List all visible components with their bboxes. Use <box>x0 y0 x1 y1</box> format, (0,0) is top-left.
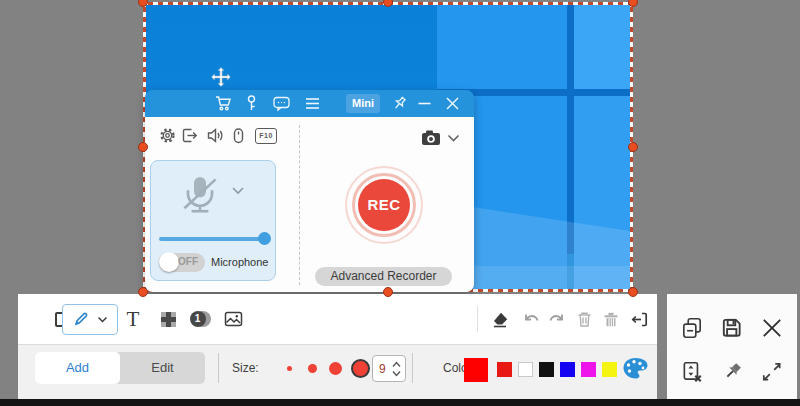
microphone-dropdown-icon[interactable] <box>231 186 245 196</box>
eraser-button[interactable] <box>488 307 512 331</box>
resize-handle-bottom-left[interactable] <box>138 287 148 297</box>
undo-button[interactable] <box>518 307 542 331</box>
color-swatch-magenta[interactable] <box>581 362 596 377</box>
pixelate-tool-button[interactable] <box>156 307 180 331</box>
color-swatch-black[interactable] <box>539 362 554 377</box>
recorder-window: Mini <box>145 90 474 292</box>
delete-button[interactable] <box>572 307 596 331</box>
wallpaper-pane <box>574 2 633 89</box>
pin-to-screen-icon <box>720 360 744 384</box>
mouse-icon[interactable] <box>229 126 248 145</box>
key-icon[interactable] <box>242 94 261 113</box>
wallpaper-window-line <box>567 2 574 254</box>
webcam-icon[interactable] <box>420 128 442 147</box>
clear-all-icon <box>602 310 620 328</box>
resize-handle-mid-left[interactable] <box>138 142 148 152</box>
color-swatch-red[interactable] <box>497 362 512 377</box>
exit-icon <box>630 311 649 328</box>
recorder-body: F10 <box>145 117 474 292</box>
expand-icon <box>760 360 784 384</box>
minimize-icon[interactable] <box>415 94 434 113</box>
color-swatch-blue[interactable] <box>560 362 575 377</box>
move-cursor-icon[interactable] <box>209 66 233 90</box>
pencil-icon <box>72 311 89 328</box>
close-icon <box>760 316 784 340</box>
region-hotkey-label: F10 <box>255 128 277 144</box>
color-palette-button[interactable] <box>622 357 649 380</box>
options-divider <box>218 353 219 383</box>
pin-to-screen-button[interactable] <box>720 360 744 384</box>
color-swatch-yellow[interactable] <box>602 362 617 377</box>
region-hotkey-icon[interactable]: F10 <box>255 126 279 145</box>
toolbar-divider <box>477 306 478 332</box>
eraser-icon <box>491 311 509 328</box>
toolbar-options-row: Add Edit Size: 9 Color: <box>18 344 657 399</box>
recorder-titlebar[interactable]: Mini <box>145 90 474 117</box>
rec-button[interactable]: REC <box>358 179 410 231</box>
size-dot-small[interactable] <box>287 366 292 371</box>
size-value: 9 <box>379 362 386 376</box>
pin-icon[interactable] <box>390 94 409 113</box>
close-icon[interactable] <box>443 94 462 113</box>
step-number-tool-button[interactable]: 1 <box>188 307 212 331</box>
tab-edit[interactable]: Edit <box>120 352 205 384</box>
bottom-strip <box>0 399 800 406</box>
speaker-icon[interactable] <box>206 126 225 145</box>
slider-knob[interactable] <box>258 232 271 245</box>
selected-color-swatch[interactable] <box>464 358 488 382</box>
options-divider <box>412 353 413 383</box>
microphone-volume-slider[interactable] <box>159 237 269 241</box>
spinner-up-icon[interactable] <box>392 361 401 368</box>
microphone-card: OFF Microphone <box>150 160 276 281</box>
menu-icon[interactable] <box>303 94 322 113</box>
fullscreen-button[interactable] <box>760 360 784 384</box>
tab-add[interactable]: Add <box>35 352 120 384</box>
mini-mode-button[interactable]: Mini <box>346 94 380 113</box>
copy-button[interactable] <box>680 316 704 340</box>
pencil-dropdown-icon <box>97 316 108 324</box>
microphone-toggle[interactable]: OFF <box>159 253 205 272</box>
scroll-capture-cancel-button[interactable] <box>680 360 704 384</box>
resize-handle-mid-right[interactable] <box>628 142 638 152</box>
redo-button[interactable] <box>545 307 569 331</box>
resize-handle-top-right[interactable] <box>628 0 638 7</box>
toggle-knob <box>159 252 179 272</box>
exit-annotation-button[interactable] <box>627 307 651 331</box>
resize-handle-bottom-center[interactable] <box>383 287 393 297</box>
size-label: Size: <box>232 361 259 375</box>
pencil-tool-button[interactable] <box>62 304 118 335</box>
save-button[interactable] <box>720 316 744 340</box>
microphone-muted-icon[interactable] <box>176 171 224 219</box>
palette-icon <box>622 357 649 380</box>
resize-handle-bottom-right[interactable] <box>628 287 638 297</box>
capture-actions-panel <box>667 294 797 399</box>
gear-icon[interactable] <box>158 126 177 145</box>
text-tool-button[interactable]: T <box>121 307 145 331</box>
chat-icon[interactable] <box>272 94 291 113</box>
color-swatch-white[interactable] <box>518 362 533 377</box>
clear-all-button[interactable] <box>599 307 623 331</box>
size-spinner[interactable]: 9 <box>372 355 406 382</box>
logout-icon[interactable] <box>180 126 199 145</box>
copy-icon <box>680 316 704 340</box>
screen-recorder-app: Mini <box>0 0 800 406</box>
cart-icon[interactable] <box>214 94 233 113</box>
advanced-recorder-button[interactable]: Advanced Recorder <box>315 267 452 286</box>
image-tool-button[interactable] <box>221 307 245 331</box>
size-dot-large[interactable] <box>329 362 342 375</box>
webcam-dropdown-icon[interactable] <box>447 134 460 143</box>
image-icon <box>224 311 243 327</box>
annotation-toolbar: T 1 <box>18 294 657 399</box>
trash-icon <box>576 310 593 328</box>
spinner-down-icon[interactable] <box>392 370 401 377</box>
add-edit-segmented: Add Edit <box>35 352 205 384</box>
panel-divider <box>299 125 300 285</box>
step-badge-icon: 1 <box>190 311 211 327</box>
size-dot-selected[interactable] <box>351 359 370 378</box>
toggle-label: OFF <box>178 256 198 267</box>
cancel-capture-button[interactable] <box>760 316 784 340</box>
redo-icon <box>548 311 567 327</box>
scroll-cancel-icon <box>680 360 704 384</box>
size-dot-medium[interactable] <box>308 364 317 373</box>
text-tool-label: T <box>127 307 140 331</box>
